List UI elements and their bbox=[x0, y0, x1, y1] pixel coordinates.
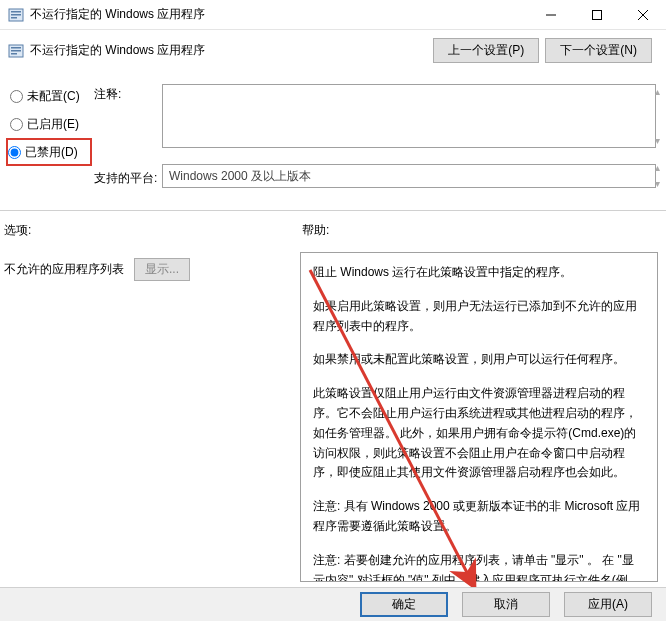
close-button[interactable] bbox=[620, 0, 666, 30]
radio-not-configured-input[interactable] bbox=[10, 90, 23, 103]
comment-textarea[interactable] bbox=[162, 84, 656, 148]
radio-enabled-input[interactable] bbox=[10, 118, 23, 131]
svg-rect-3 bbox=[11, 17, 17, 19]
radio-not-configured[interactable]: 未配置(C) bbox=[6, 82, 92, 110]
window-title: 不运行指定的 Windows 应用程序 bbox=[30, 6, 528, 23]
radio-disabled-input[interactable] bbox=[8, 146, 21, 159]
platform-label: 支持的平台: bbox=[94, 168, 158, 204]
help-p6: 注意: 若要创建允许的应用程序列表，请单击 "显示" 。 在 "显示内容" 对话… bbox=[313, 551, 645, 582]
apply-button[interactable]: 应用(A) bbox=[564, 592, 652, 617]
radio-not-configured-label: 未配置(C) bbox=[27, 88, 80, 105]
cancel-button[interactable]: 取消 bbox=[462, 592, 550, 617]
scroll-up-icon: ▴ bbox=[655, 86, 660, 97]
header-row: 不运行指定的 Windows 应用程序 上一个设置(P) 下一个设置(N) bbox=[0, 30, 666, 71]
ok-button[interactable]: 确定 bbox=[360, 592, 448, 617]
options-panel: 不允许的应用程序列表 显示... bbox=[4, 258, 294, 281]
radio-disabled-label: 已禁用(D) bbox=[25, 144, 78, 161]
svg-rect-2 bbox=[11, 14, 21, 16]
policy-title: 不运行指定的 Windows 应用程序 bbox=[30, 42, 427, 59]
help-p5: 注意: 具有 Windows 2000 或更新版本证书的非 Microsoft … bbox=[313, 497, 645, 537]
mid-labels: 注释: 支持的平台: bbox=[94, 84, 158, 204]
policy-icon bbox=[8, 43, 24, 59]
options-label: 选项: bbox=[4, 222, 302, 239]
platform-scroll: ▴ ▾ bbox=[650, 164, 664, 188]
radio-enabled-label: 已启用(E) bbox=[27, 116, 79, 133]
disallowed-apps-label: 不允许的应用程序列表 bbox=[4, 261, 124, 278]
svg-rect-11 bbox=[11, 53, 17, 55]
state-radio-group: 未配置(C) 已启用(E) 已禁用(D) bbox=[6, 82, 92, 166]
supported-platform-field: Windows 2000 及以上版本 bbox=[162, 164, 656, 188]
help-p1: 阻止 Windows 运行在此策略设置中指定的程序。 bbox=[313, 263, 645, 283]
svg-rect-1 bbox=[11, 11, 21, 13]
help-p2: 如果启用此策略设置，则用户无法运行已添加到不允许的应用程序列表中的程序。 bbox=[313, 297, 645, 337]
next-setting-button[interactable]: 下一个设置(N) bbox=[545, 38, 652, 63]
svg-rect-10 bbox=[11, 50, 21, 52]
comment-label: 注释: bbox=[94, 84, 158, 120]
previous-setting-button[interactable]: 上一个设置(P) bbox=[433, 38, 539, 63]
help-p3: 如果禁用或未配置此策略设置，则用户可以运行任何程序。 bbox=[313, 350, 645, 370]
scroll-down-icon: ▾ bbox=[655, 135, 660, 146]
help-p4: 此策略设置仅阻止用户运行由文件资源管理器进程启动的程序。它不会阻止用户运行由系统… bbox=[313, 384, 645, 483]
help-label: 帮助: bbox=[302, 222, 329, 239]
scroll-down-icon: ▾ bbox=[655, 180, 660, 188]
help-panel: 阻止 Windows 运行在此策略设置中指定的程序。 如果启用此策略设置，则用户… bbox=[300, 252, 658, 582]
scroll-up-icon: ▴ bbox=[655, 164, 660, 172]
horizontal-divider bbox=[0, 210, 666, 211]
minimize-button[interactable] bbox=[528, 0, 574, 30]
policy-icon bbox=[8, 7, 24, 23]
comment-scroll: ▴ ▾ bbox=[650, 86, 664, 146]
svg-rect-9 bbox=[11, 47, 21, 49]
title-bar: 不运行指定的 Windows 应用程序 bbox=[0, 0, 666, 30]
show-button[interactable]: 显示... bbox=[134, 258, 190, 281]
supported-platform-text: Windows 2000 及以上版本 bbox=[169, 168, 311, 185]
maximize-button[interactable] bbox=[574, 0, 620, 30]
svg-rect-5 bbox=[593, 10, 602, 19]
radio-enabled[interactable]: 已启用(E) bbox=[6, 110, 92, 138]
dialog-button-bar: 确定 取消 应用(A) bbox=[0, 587, 666, 621]
radio-disabled[interactable]: 已禁用(D) bbox=[6, 138, 92, 166]
